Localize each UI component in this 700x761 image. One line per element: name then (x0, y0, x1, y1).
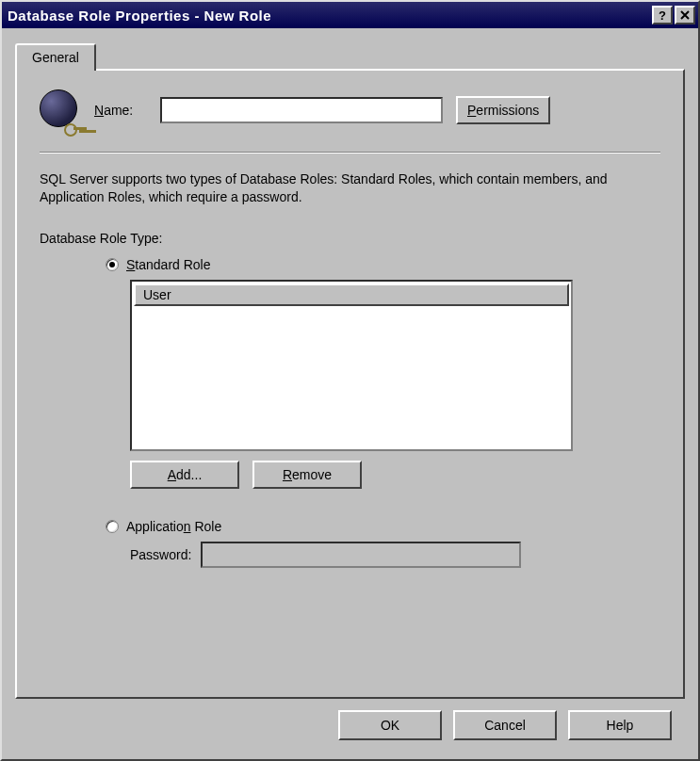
titlebar-buttons: ? (652, 6, 695, 24)
application-role-radio[interactable] (106, 520, 119, 533)
dialog-window: Database Role Properties - New Role ? Ge… (0, 0, 700, 761)
standard-role-option[interactable]: Standard Role (106, 257, 660, 272)
close-titlebar-button[interactable] (675, 6, 695, 24)
application-role-section: Application Role Password: (40, 519, 660, 568)
list-header: User (132, 282, 571, 308)
titlebar: Database Role Properties - New Role ? (2, 2, 698, 28)
password-row: Password: (130, 542, 660, 568)
password-input (201, 542, 521, 568)
application-role-option[interactable]: Application Role (106, 519, 660, 534)
user-listbox[interactable]: User (130, 280, 573, 451)
password-label: Password: (130, 547, 191, 562)
list-body[interactable] (132, 308, 571, 449)
name-input[interactable] (160, 97, 443, 123)
tab-label: General (32, 50, 79, 65)
window-title: Database Role Properties - New Role (8, 8, 652, 24)
help-button[interactable]: Help (568, 710, 672, 740)
name-row: Name: Permissions (40, 89, 660, 131)
remove-button[interactable]: Remove (252, 461, 362, 489)
standard-role-label: Standard Role (126, 257, 211, 272)
client-area: General Name: Permissions SQL Server sup… (2, 28, 698, 759)
add-button[interactable]: Add... (130, 461, 239, 489)
ok-button[interactable]: OK (338, 710, 442, 740)
list-header-user[interactable]: User (134, 283, 569, 306)
standard-role-radio[interactable] (106, 258, 119, 271)
role-type-label: Database Role Type: (40, 231, 660, 246)
tab-strip: General (15, 41, 685, 69)
separator (40, 152, 660, 154)
name-label: Name: (94, 103, 147, 118)
cancel-button[interactable]: Cancel (453, 710, 557, 740)
close-icon (680, 10, 690, 20)
help-titlebar-button[interactable]: ? (652, 6, 673, 24)
key-icon (64, 121, 87, 137)
list-buttons: Add... Remove (130, 461, 660, 489)
dialog-buttons: OK Cancel Help (15, 699, 685, 750)
description-text: SQL Server supports two types of Databas… (40, 170, 660, 206)
application-role-label: Application Role (126, 519, 221, 534)
tab-general[interactable]: General (15, 43, 96, 71)
tab-panel-general: Name: Permissions SQL Server supports tw… (15, 69, 685, 699)
permissions-button[interactable]: Permissions (456, 96, 550, 124)
role-icon (40, 89, 81, 131)
